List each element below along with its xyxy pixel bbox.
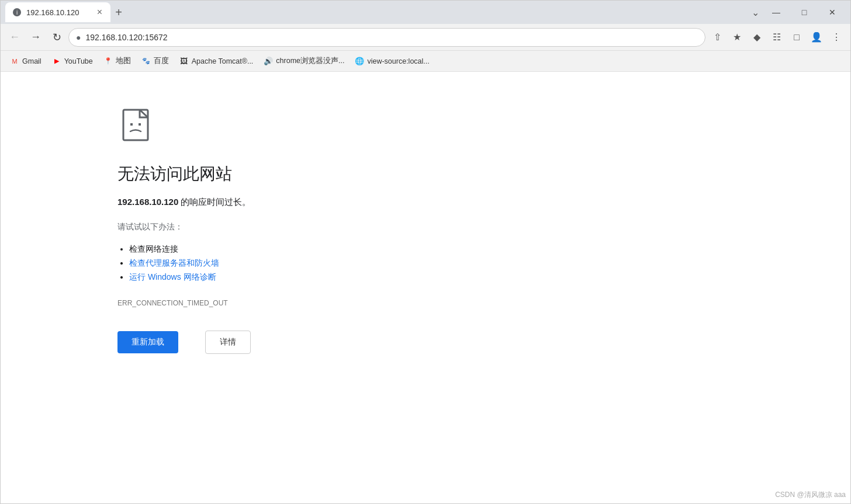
bookmark-maps[interactable]: 📍 地图 — [99, 54, 136, 68]
bookmark-button[interactable]: ★ — [728, 28, 746, 47]
check-proxy-link[interactable]: 检查代理服务器和防火墙 — [129, 258, 219, 267]
address-text: 192.168.10.120:15672 — [85, 33, 698, 42]
menu-button[interactable]: ⋮ — [827, 28, 846, 47]
reading-list-button[interactable]: ☷ — [767, 28, 786, 47]
profile-button[interactable]: 👤 — [807, 28, 826, 47]
tab-title: 192.168.10.120 — [26, 8, 91, 17]
lock-icon: ● — [76, 33, 81, 42]
bookmark-viewsource[interactable]: 🌐 view-source:local... — [350, 54, 434, 68]
window-controls: ⌄ — □ ✕ — [749, 3, 846, 22]
list-item-check-proxy: 检查代理服务器和防火墙 — [129, 258, 251, 269]
tab-strip: i 192.168.10.120 × + — [5, 2, 747, 22]
bookmark-baidu[interactable]: 🐾 百度 — [137, 54, 174, 68]
list-item-run-diagnostics: 运行 Windows 网络诊断 — [129, 272, 251, 283]
bookmark-chrome-label: chrome浏览器没声... — [276, 56, 344, 66]
svg-text:i: i — [16, 9, 18, 16]
chevron-down-icon: ⌄ — [749, 5, 762, 20]
tab-close-button[interactable]: × — [96, 6, 103, 18]
error-list: 检查网络连接 检查代理服务器和防火墙 运行 Windows 网络诊断 — [117, 244, 251, 283]
forward-button[interactable]: → — [26, 28, 45, 47]
reload-page-button[interactable]: 重新加载 — [117, 331, 178, 353]
bookmark-tomcat-label: Apache Tomcat®... — [192, 57, 254, 65]
gmail-icon: M — [10, 57, 19, 66]
title-bar: i 192.168.10.120 × + ⌄ — □ ✕ — [1, 1, 850, 24]
error-subtitle: 192.168.10.120 的响应时间过长。 — [117, 197, 251, 208]
error-ip: 192.168.10.120 — [117, 197, 178, 207]
viewsource-icon: 🌐 — [355, 57, 364, 66]
bookmark-tomcat[interactable]: 🖼 Apache Tomcat®... — [175, 54, 258, 68]
minimize-button[interactable]: — — [763, 3, 790, 22]
baidu-icon: 🐾 — [141, 57, 151, 66]
bookmark-youtube[interactable]: ▶ YouTube — [47, 54, 98, 68]
button-row: 重新加载 详情 — [117, 331, 251, 354]
bookmark-youtube-label: YouTube — [64, 57, 93, 65]
page-content: 无法访问此网站 192.168.10.120 的响应时间过长。 请试试以下办法：… — [1, 72, 850, 503]
try-label: 请试试以下办法： — [117, 222, 251, 232]
details-button[interactable]: 详情 — [205, 331, 251, 354]
share-button[interactable]: ⇧ — [708, 28, 727, 47]
maximize-button[interactable]: □ — [791, 3, 818, 22]
bookmark-gmail-label: Gmail — [22, 57, 41, 65]
bookmark-chrome-sound[interactable]: 🔊 chrome浏览器没声... — [259, 54, 349, 68]
run-diagnostics-link[interactable]: 运行 Windows 网络诊断 — [129, 272, 216, 281]
bookmark-maps-label: 地图 — [116, 56, 131, 66]
active-tab[interactable]: i 192.168.10.120 × — [5, 2, 110, 22]
split-screen-button[interactable]: □ — [787, 28, 806, 47]
bookmark-baidu-label: 百度 — [154, 56, 169, 66]
bookmark-gmail[interactable]: M Gmail — [5, 54, 46, 68]
browser-window: i 192.168.10.120 × + ⌄ — □ ✕ ← → ↻ ● 192… — [0, 0, 851, 504]
watermark: CSDN @清风微凉 aaa — [775, 490, 846, 500]
tomcat-icon: 🖼 — [179, 57, 189, 66]
error-subtitle-suffix: 的响应时间过长。 — [178, 197, 251, 207]
youtube-icon: ▶ — [52, 57, 61, 66]
svg-rect-4 — [130, 123, 133, 126]
error-code: ERR_CONNECTION_TIMED_OUT — [117, 299, 251, 307]
error-document-icon — [117, 107, 158, 148]
list-item-check-network: 检查网络连接 — [129, 244, 251, 255]
reload-button[interactable]: ↻ — [47, 28, 66, 47]
address-bar[interactable]: ● 192.168.10.120:15672 — [68, 28, 705, 47]
maps-icon: 📍 — [103, 57, 113, 66]
error-title: 无法访问此网站 — [117, 163, 251, 185]
back-button[interactable]: ← — [5, 28, 24, 47]
svg-line-3 — [140, 110, 148, 117]
extension-button[interactable]: ◆ — [748, 28, 766, 47]
tab-favicon: i — [12, 8, 22, 17]
svg-rect-5 — [139, 123, 141, 126]
error-container: 无法访问此网站 192.168.10.120 的响应时间过长。 请试试以下办法：… — [117, 107, 251, 354]
chrome-icon: 🔊 — [264, 57, 273, 66]
close-button[interactable]: ✕ — [819, 3, 846, 22]
nav-actions: ⇧ ★ ◆ ☷ □ 👤 ⋮ — [708, 28, 846, 47]
bookmarks-bar: M Gmail ▶ YouTube 📍 地图 🐾 百度 🖼 Apache Tom… — [1, 51, 850, 72]
new-tab-button[interactable]: + — [110, 4, 127, 20]
bookmark-viewsource-label: view-source:local... — [367, 57, 429, 65]
navigation-bar: ← → ↻ ● 192.168.10.120:15672 ⇧ ★ ◆ ☷ □ 👤… — [1, 24, 850, 51]
